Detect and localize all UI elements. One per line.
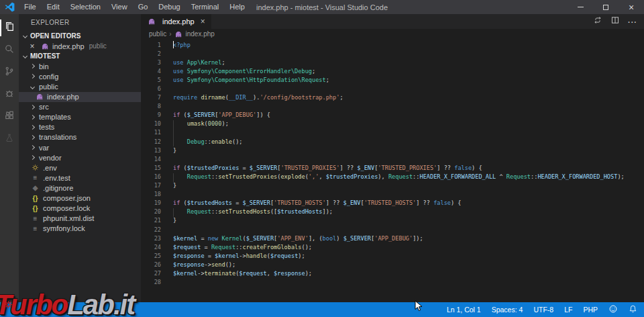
status-utf-8[interactable]: UTF-8: [533, 306, 553, 314]
open-changes-icon[interactable]: [593, 15, 602, 28]
tree-item-var[interactable]: var: [19, 142, 141, 152]
menu-debug[interactable]: Debug: [153, 0, 185, 14]
activity-source-control[interactable]: [0, 61, 19, 83]
chevron-right-icon: [30, 74, 35, 79]
open-editor-item[interactable]: index.php public: [19, 41, 141, 51]
tree-item--env[interactable]: .env: [19, 163, 141, 173]
minimize-button[interactable]: [568, 0, 593, 14]
menu-help[interactable]: Help: [224, 0, 250, 14]
code-line: 22: [141, 225, 644, 234]
php-icon: [35, 93, 44, 100]
tree-item-composer-json[interactable]: {}composer.json: [19, 193, 141, 203]
line-number: 26: [141, 261, 161, 268]
activity-explorer[interactable]: [0, 17, 19, 39]
json-icon: {}: [31, 195, 40, 202]
code-line: 13}: [141, 146, 644, 154]
maximize-button[interactable]: [593, 0, 619, 14]
line-text: Debug::enable();: [173, 138, 243, 145]
line-text: umask(0000);: [173, 120, 229, 127]
line-text: use Symfony\Component\ErrorHandler\Debug…: [173, 68, 315, 75]
activity-search[interactable]: [0, 39, 19, 61]
line-number: 23: [141, 235, 161, 242]
tab-bar: index.php: [141, 14, 644, 29]
php-icon: [147, 18, 156, 25]
code-line: 26$response->send();: [141, 260, 644, 269]
line-number: 11: [141, 129, 161, 136]
more-actions-icon[interactable]: [628, 15, 637, 28]
source-control-icon: [4, 66, 15, 79]
code-line: 3use App\Kernel;: [141, 58, 644, 66]
line-number: 7: [141, 94, 161, 101]
turbolab-watermark: TurboLab.it: [0, 289, 134, 317]
tree-item-templates[interactable]: templates: [19, 112, 141, 122]
tree-item-composer-lock[interactable]: {}composer.lock: [19, 203, 141, 214]
tree-item-label: var: [39, 144, 49, 152]
activity-test[interactable]: [0, 128, 19, 150]
tree-item-bin[interactable]: bin: [19, 61, 141, 71]
tree-item-tests[interactable]: tests: [19, 122, 141, 132]
code-lines: 1<?php23use App\Kernel;4use Symfony\Comp…: [141, 40, 644, 287]
code-editor[interactable]: 1<?php23use App\Kernel;4use Symfony\Comp…: [141, 39, 644, 302]
status-lf[interactable]: LF: [564, 306, 572, 314]
close-window-button[interactable]: [619, 0, 644, 14]
tree-item-phpunit-xml-dist[interactable]: ≡phpunit.xml.dist: [19, 214, 141, 224]
close-editor-icon[interactable]: [28, 42, 36, 51]
activity-extensions[interactable]: [0, 105, 19, 128]
git-icon: ◆: [31, 184, 40, 191]
tree-item-index-php[interactable]: index.php: [19, 92, 141, 102]
menu-edit[interactable]: Edit: [42, 0, 65, 14]
section-label: OPEN EDITORS: [30, 32, 80, 40]
tab-index-php[interactable]: index.php: [141, 14, 211, 29]
menu-file[interactable]: File: [19, 0, 42, 14]
feedback-icon[interactable]: [608, 304, 618, 315]
section-open-editors[interactable]: OPEN EDITORS: [19, 31, 141, 41]
tree-item-config[interactable]: config: [19, 71, 141, 81]
chevron-down-icon: [23, 34, 28, 38]
code-line: 28: [141, 278, 644, 287]
line-text: $response->send();: [173, 261, 235, 268]
indent-guide: [173, 208, 174, 217]
tree-item-translations[interactable]: translations: [19, 132, 141, 142]
code-line: 15if ($trustedProxies = $_SERVER['TRUSTE…: [141, 163, 644, 172]
tree-item--gitignore[interactable]: ◆.gitignore: [19, 183, 141, 193]
menu-view[interactable]: View: [106, 0, 133, 14]
menu-go[interactable]: Go: [133, 0, 154, 14]
tree-item-public[interactable]: public: [19, 81, 141, 91]
code-line: 16 Request::setTrustedProxies(explode(',…: [141, 172, 644, 181]
line-number: 25: [141, 253, 161, 259]
code-line: 19if ($trustedHosts = $_SERVER['TRUSTED_…: [141, 199, 644, 208]
line-text: $kernel = new Kernel($_SERVER['APP_ENV']…: [173, 235, 423, 242]
section-miotest[interactable]: MIOTEST: [19, 51, 141, 61]
activity-debug[interactable]: [0, 83, 19, 105]
chevron-right-icon: [30, 64, 35, 69]
mouse-cursor: [415, 300, 423, 314]
tree-item-vendor[interactable]: vendor: [19, 152, 141, 163]
line-text: }: [173, 147, 176, 154]
tree-item-src[interactable]: src: [19, 102, 141, 112]
breadcrumb-folder[interactable]: public: [149, 30, 166, 38]
tree-item-symfony-lock[interactable]: ≡symfony.lock: [19, 224, 141, 234]
code-line: 2: [141, 49, 644, 58]
tab-label: index.php: [162, 17, 195, 26]
menu-terminal[interactable]: Terminal: [186, 0, 225, 14]
chevron-down-icon: [30, 84, 35, 89]
php-icon: [174, 31, 182, 38]
status-ln-1-col-1[interactable]: Ln 1, Col 1: [447, 306, 481, 314]
tree-item--env-test[interactable]: ≡.env.test: [19, 173, 141, 183]
menu-selection[interactable]: Selection: [65, 0, 106, 14]
bell-icon[interactable]: [629, 304, 637, 315]
line-text: $kernel->terminate($request, $response);: [173, 270, 312, 277]
split-editor-icon[interactable]: [610, 15, 620, 28]
tree-item-label: public: [39, 83, 58, 91]
close-tab-icon[interactable]: [198, 17, 205, 26]
code-line: 5use Symfony\Component\HttpFoundation\Re…: [141, 75, 644, 84]
status-php[interactable]: PHP: [583, 306, 598, 314]
line-text: }: [173, 182, 176, 189]
debug-icon: [4, 88, 15, 101]
line-number: 19: [141, 199, 161, 206]
section-label: MIOTEST: [30, 52, 60, 60]
tree-item-label: src: [39, 103, 49, 111]
maximize-icon: [603, 5, 608, 10]
status-spaces-4[interactable]: Spaces: 4: [492, 306, 523, 314]
breadcrumb-file[interactable]: index.php: [185, 30, 214, 38]
